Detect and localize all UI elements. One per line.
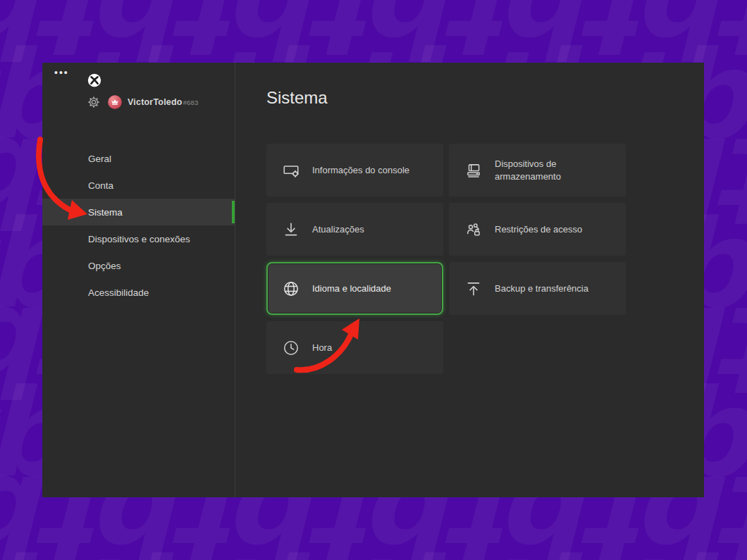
avatar-button[interactable] [108,95,122,109]
page-title: Sistema [266,88,328,108]
tile-dispositivos-de-armazenamento[interactable]: Dispositivos de armazenamento [449,144,626,197]
tile-atualizacoes[interactable]: Atualizações [266,203,443,256]
clock-icon [282,339,300,357]
tile-backup-e-transferencia[interactable]: Backup e transferência [449,262,626,315]
gamertag-id: #683 [183,99,199,106]
xbox-logo-icon [87,73,101,87]
tile-label: Informações do console [312,164,409,177]
pattern-row: tbtbtbtbtbtbtbtbtbtbtbtbtbtb [0,542,747,560]
sidebar-item-conta[interactable]: Conta [42,172,235,199]
xbox-settings-window: ••• [42,63,704,497]
tile-idioma-e-localidade[interactable]: Idioma e localidade [266,262,443,315]
tile-informacoes-do-console[interactable]: Informações do console [266,144,443,197]
gamertag: VictorToledo#683 [128,97,199,107]
settings-main-pane: Sistema Informações do console [235,63,704,497]
sidebar-item-opcoes[interactable]: Opções [42,252,235,279]
sidebar-menu: Geral Conta Sistema Dispositivos e conex… [42,145,235,306]
profile-header: VictorToledo#683 [87,94,199,110]
tile-hora[interactable]: Hora [266,321,443,374]
storage-devices-icon [464,161,483,180]
settings-sidebar: ••• [42,63,235,497]
download-icon [282,220,300,239]
tile-label: Dispositivos de armazenamento [495,158,616,182]
upload-icon [464,280,483,298]
sidebar-item-acessibilidade[interactable]: Acessibilidade [42,279,235,306]
tile-label: Backup e transferência [495,282,588,295]
access-restrictions-icon [464,220,483,239]
gear-icon [87,95,101,109]
settings-tile-grid: Informações do console Dispositivos de a… [266,144,626,374]
sidebar-item-sistema[interactable]: Sistema [42,199,235,225]
tile-label: Hora [312,342,332,354]
tile-label: Atualizações [312,223,364,236]
console-info-icon [282,161,300,180]
tile-label: Idioma e localidade [312,282,391,295]
sidebar-item-dispositivos-e-conexoes[interactable]: Dispositivos e conexões [42,225,235,252]
more-button[interactable]: ••• [54,67,69,78]
sidebar-item-geral[interactable]: Geral [42,145,235,172]
globe-icon [282,280,300,298]
tile-label: Restrições de acesso [495,223,582,236]
tile-restricoes-de-acesso[interactable]: Restrições de acesso [449,203,626,256]
